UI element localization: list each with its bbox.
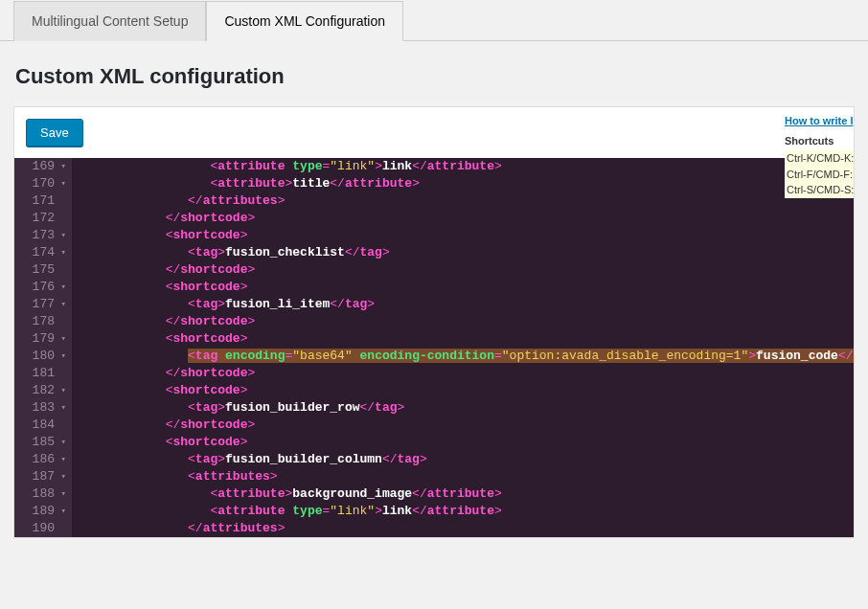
fold-icon[interactable]: ▾ bbox=[58, 434, 66, 451]
line-number: 190 bbox=[18, 520, 68, 537]
line-number: 170▾ bbox=[18, 175, 68, 192]
shortcut-2: Ctrl-F/CMD-F: bbox=[785, 167, 854, 183]
line-number: 179▾ bbox=[18, 330, 68, 348]
code-line[interactable]: <tag>fusion_checklist</tag> bbox=[72, 244, 854, 261]
fold-icon[interactable]: ▾ bbox=[58, 296, 66, 313]
shortcut-3: Ctrl-S/CMD-S: bbox=[785, 182, 854, 198]
tab-bar: Multilingual Content Setup Custom XML Co… bbox=[0, 0, 868, 41]
code-line[interactable]: <attribute>title</attribute> bbox=[72, 175, 854, 192]
code-line[interactable]: </shortcode> bbox=[72, 365, 854, 382]
code-line[interactable]: <shortcode> bbox=[72, 330, 854, 348]
fold-icon[interactable]: ▾ bbox=[58, 175, 66, 192]
line-number: 172 bbox=[18, 210, 68, 227]
code-line[interactable]: <tag encoding="base64" encoding-conditio… bbox=[72, 348, 854, 365]
line-number: 169▾ bbox=[18, 158, 68, 175]
fold-icon[interactable]: ▾ bbox=[58, 158, 66, 175]
code-line[interactable]: </attributes> bbox=[72, 520, 854, 537]
shortcuts-header: Shortcuts bbox=[785, 133, 854, 149]
code-editor[interactable]: 169▾170▾171172173▾174▾175176▾177▾178179▾… bbox=[14, 158, 854, 537]
code-line[interactable]: <attribute type="link">link</attribute> bbox=[72, 503, 854, 520]
fold-icon[interactable]: ▾ bbox=[58, 244, 66, 261]
line-number: 174▾ bbox=[18, 244, 68, 261]
toolbar: Save bbox=[14, 119, 854, 158]
fold-icon[interactable]: ▾ bbox=[58, 468, 66, 485]
page-title: Custom XML configuration bbox=[15, 64, 855, 89]
code-line[interactable]: </shortcode> bbox=[72, 313, 854, 330]
fold-icon[interactable]: ▾ bbox=[58, 227, 66, 244]
line-number: 186▾ bbox=[18, 451, 68, 468]
code-line[interactable]: </shortcode> bbox=[72, 417, 854, 434]
fold-icon[interactable]: ▾ bbox=[58, 348, 66, 365]
code-line[interactable]: <shortcode> bbox=[72, 279, 854, 296]
code-line[interactable]: </shortcode> bbox=[72, 210, 854, 227]
side-info: How to write l Shortcuts Ctrl-K/CMD-K: C… bbox=[785, 113, 854, 198]
fold-icon[interactable]: ▾ bbox=[58, 382, 66, 399]
line-number: 173▾ bbox=[18, 227, 68, 244]
line-number: 188▾ bbox=[18, 485, 68, 503]
code-line[interactable]: <attribute type="link">link</attribute> bbox=[72, 158, 854, 175]
code-line[interactable]: <shortcode> bbox=[72, 227, 854, 244]
line-number: 181 bbox=[18, 365, 68, 382]
shortcut-1: Ctrl-K/CMD-K: bbox=[785, 150, 854, 167]
editor-panel: How to write l Shortcuts Ctrl-K/CMD-K: C… bbox=[13, 106, 855, 538]
code-line[interactable]: <tag>fusion_builder_column</tag> bbox=[72, 451, 854, 468]
fold-icon[interactable]: ▾ bbox=[58, 451, 66, 468]
code-line[interactable]: <tag>fusion_builder_row</tag> bbox=[72, 399, 854, 417]
fold-icon[interactable]: ▾ bbox=[58, 503, 66, 520]
line-number: 171 bbox=[18, 192, 68, 210]
line-number: 183▾ bbox=[18, 399, 68, 417]
fold-icon[interactable]: ▾ bbox=[58, 330, 66, 348]
line-number: 180▾ bbox=[18, 348, 68, 365]
line-number: 175 bbox=[18, 261, 68, 279]
code-line[interactable]: <tag>fusion_li_item</tag> bbox=[72, 296, 854, 313]
fold-icon[interactable]: ▾ bbox=[58, 485, 66, 503]
code-line[interactable]: </attributes> bbox=[72, 192, 854, 210]
tab-custom-xml[interactable]: Custom XML Configuration bbox=[206, 1, 403, 41]
save-button[interactable]: Save bbox=[26, 119, 83, 147]
line-number: 184 bbox=[18, 417, 68, 434]
tab-multilingual[interactable]: Multilingual Content Setup bbox=[13, 1, 206, 41]
line-number: 178 bbox=[18, 313, 68, 330]
fold-icon[interactable]: ▾ bbox=[58, 279, 66, 296]
code-line[interactable]: <shortcode> bbox=[72, 434, 854, 451]
code-line[interactable]: </shortcode> bbox=[72, 261, 854, 279]
code-line[interactable]: <attributes> bbox=[72, 468, 854, 485]
line-number: 189▾ bbox=[18, 503, 68, 520]
gutter: 169▾170▾171172173▾174▾175176▾177▾178179▾… bbox=[14, 158, 72, 537]
line-number: 182▾ bbox=[18, 382, 68, 399]
line-number: 177▾ bbox=[18, 296, 68, 313]
code-line[interactable]: <shortcode> bbox=[72, 382, 854, 399]
howto-link[interactable]: How to write l bbox=[785, 113, 854, 129]
code-line[interactable]: <attribute>background_image</attribute> bbox=[72, 485, 854, 503]
line-number: 185▾ bbox=[18, 434, 68, 451]
fold-icon[interactable]: ▾ bbox=[58, 399, 66, 417]
line-number: 176▾ bbox=[18, 279, 68, 296]
line-number: 187▾ bbox=[18, 468, 68, 485]
content-area: Custom XML configuration How to write l … bbox=[0, 41, 868, 552]
code-body[interactable]: <attribute type="link">link</attribute> … bbox=[72, 158, 854, 537]
